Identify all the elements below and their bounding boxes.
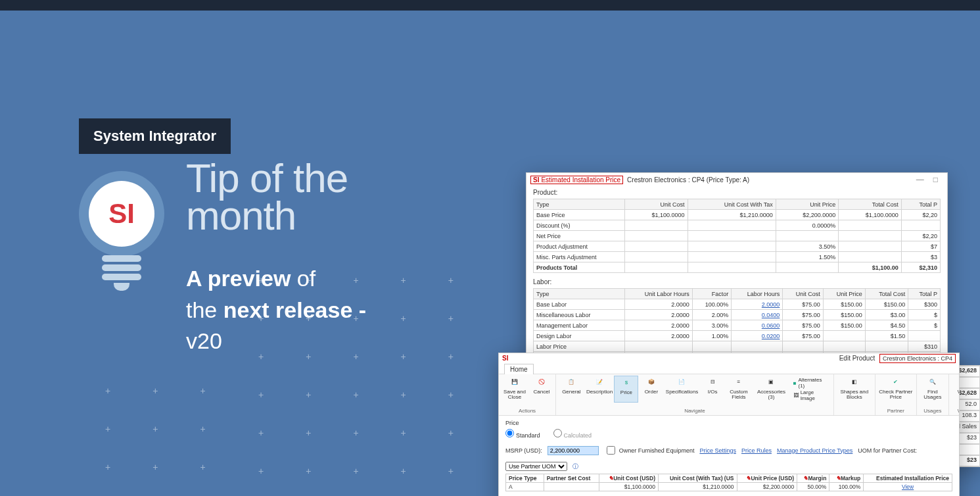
radio-standard[interactable]: Standard [505,429,540,439]
ribbon-group-partner: Partner [877,407,914,414]
ribbon-group-actions: Actions [501,407,553,414]
msrp-label: MSRP (USD): [505,447,542,454]
ribbon-tabs: Home [499,363,959,374]
window-title-highlight: Estimated Installation Price [541,176,620,184]
product-table: Type Unit Cost Unit Cost With Tax Unit P… [533,199,941,273]
radio-calculated[interactable]: Calculated [553,429,592,439]
nav-image-group: ■Alternates (1) 🖼Large Image [791,376,831,403]
dollar-icon: $ [620,376,633,389]
products-total-row: Products Total$1,100.00$2,310 [534,262,941,273]
nav-accessories[interactable]: ▣Accessories (3) [753,376,789,403]
subheadline: A preview of the next release - v20 [186,263,366,357]
edit-product-window: SI Edit Product Crestron Electronics : C… [498,353,960,496]
tab-home[interactable]: Home [504,364,534,374]
ribbon-group-web: Web [951,407,960,414]
lightbulb-icon: SI [79,171,164,257]
info-icon[interactable]: ⓘ [572,462,578,471]
nav-description[interactable]: 📝Description [586,376,613,403]
installation-price-window: SI Estimated Installation Price Crestron… [526,172,948,376]
plus-grid-2: +++ +++ +++ [105,385,206,496]
specs-icon: 📄 [675,376,688,389]
table-row: Misc. Parts Adjustment1.50%$3 [534,252,941,262]
bulb-si-text: SI [108,198,135,230]
io-icon: ⊟ [706,376,719,389]
table-row: Design Labor2.00001.00%0.0200$75.00$1.50 [534,331,941,341]
owner-furnished-checkbox[interactable]: Owner Furnished Equipment [604,444,695,457]
accessories-icon: ▣ [764,376,778,389]
ribbon: 💾Save and Close 🚫Cancel Actions 📋General… [499,374,959,416]
page-topbar [0,0,980,11]
nav-shapes-blocks[interactable]: ◧Shapes and Blocks [836,376,873,400]
product-badge: System Integrator [79,118,231,154]
table-row: Miscellaneous Labor2.00002.00%0.0400$75.… [534,310,941,320]
nav-order[interactable]: 📦Order [640,376,663,403]
search-icon: 🔍 [926,376,939,389]
price-heading: Price [505,420,952,426]
labor-header-row: TypeUnit Labor HoursFactorLabor HoursUni… [534,289,941,299]
price-rules-link[interactable]: Price Rules [741,447,772,454]
price-settings-link[interactable]: Price Settings [699,447,736,454]
check-icon: ✔ [889,376,902,389]
nav-price[interactable]: $Price [614,376,638,403]
nav-alternates[interactable]: ■Alternates (1) [793,377,829,389]
alternates-icon: ■ [793,380,797,386]
window-minimize-icon[interactable]: — [916,175,924,184]
image-icon: 🖼 [793,393,799,399]
breadcrumb-highlight: Crestron Electronics : CP4 [879,354,956,363]
sub-l2-bold: next release - [223,297,366,322]
fields-icon: ≡ [732,376,745,389]
product-section-label: Product: [526,186,947,196]
cancel-icon: 🚫 [535,376,548,389]
table-row: Net Price$2,20 [534,231,941,241]
window-title-rest: Crestron Electronics : CP4 (Price Type: … [627,176,749,184]
price-type-row[interactable]: A$1,100.0000$1,210.0000$2,200.000050.00%… [506,483,952,491]
sub-l3: v20 [186,328,222,353]
uom-label: UOM for Partner Cost: [858,447,917,454]
save-close-button[interactable]: 💾Save and Close [501,376,528,400]
edit-icon: 📝 [593,376,606,389]
headline: Tip of the month [186,159,348,234]
msrp-input[interactable] [548,446,599,455]
nav-specifications[interactable]: 📄Specifications [664,376,699,403]
headline-line1: Tip of the [186,159,348,197]
si-app-icon: SI [502,355,508,362]
uom-select[interactable]: Use Partner UOM [505,462,567,471]
nav-custom-fields[interactable]: ≡Custom Fields [726,376,753,403]
sub-l2-pre: the [186,297,223,322]
headline-line2: month [186,197,348,234]
title-highlight-box: SI Estimated Installation Price [530,176,623,184]
sub-l1-bold: A preview [186,266,291,291]
ribbon-group-usages: Usages [919,407,946,414]
nav-general[interactable]: 📋General [558,376,585,403]
labor-section-label: Labor: [526,276,947,285]
save-icon: 💾 [508,376,521,389]
price-section: Price Standard Calculated MSRP (USD): Ow… [499,416,959,496]
nav-large-image[interactable]: 🖼Large Image [793,389,829,401]
order-icon: 📦 [645,376,658,389]
table-row: Management Labor2.00003.00%0.0600$75.00$… [534,320,941,331]
table-row: Labor Price$310 [534,341,941,352]
check-partner-price-button[interactable]: ✔Check Partner Price [877,376,914,400]
si-app-icon: SI [533,176,539,184]
left-content: System Integrator [79,118,231,154]
web-button[interactable]: 🌐Web [951,376,960,395]
window-maximize-icon[interactable]: □ [933,175,938,184]
find-usages-button[interactable]: 🔍Find Usages [919,376,946,400]
shapes-icon: ◧ [848,376,861,389]
cancel-button[interactable]: 🚫Cancel [530,376,553,400]
sub-l1-rest: of [291,266,315,291]
price-type-table: Price TypePartner Set Cost ✎Unit Cost (U… [505,474,952,491]
edit-product-label: Edit Product [839,355,875,362]
table-row: Product Adjustment3.50%$7 [534,241,941,252]
clipboard-icon: 📋 [565,376,578,389]
globe-icon: 🌐 [956,376,960,389]
view-install-price-link[interactable]: View [864,483,952,491]
product-header-row: Type Unit Cost Unit Cost With Tax Unit P… [534,199,941,210]
nav-ios[interactable]: ⊟I/Os [701,376,724,403]
table-row: Base Labor2.0000100.00%2.0000$75.00$150.… [534,299,941,310]
manage-price-types-link[interactable]: Manage Product Price Types [777,447,852,454]
table-row: Discount (%)0.0000% [534,220,941,231]
ribbon-group-navigate: Navigate [558,407,831,414]
table-row: Base Price$1,100.0000$1,210.0000$2,200.0… [534,210,941,220]
